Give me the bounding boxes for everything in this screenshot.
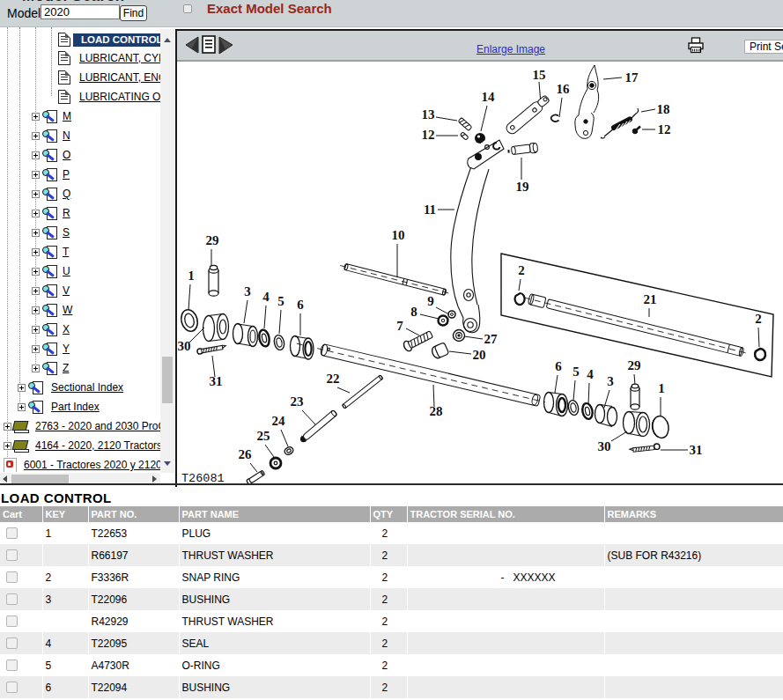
svg-text:31: 31	[690, 443, 703, 457]
svg-text:4: 4	[262, 290, 270, 304]
svg-text:14: 14	[482, 90, 496, 104]
svg-text:12: 12	[658, 122, 671, 136]
svg-text:30: 30	[178, 339, 191, 353]
svg-text:19: 19	[516, 180, 529, 194]
svg-text:22: 22	[327, 372, 340, 386]
svg-text:5: 5	[277, 294, 284, 308]
svg-text:20: 20	[473, 348, 486, 362]
svg-text:23: 23	[291, 394, 304, 409]
svg-text:6: 6	[555, 359, 562, 373]
svg-text:5: 5	[572, 365, 580, 379]
svg-text:1: 1	[658, 381, 665, 395]
svg-text:11: 11	[424, 203, 436, 217]
svg-text:25: 25	[257, 429, 270, 443]
svg-text:28: 28	[430, 404, 443, 418]
svg-text:21: 21	[644, 292, 657, 306]
svg-text:12: 12	[422, 128, 435, 142]
svg-text:8: 8	[410, 305, 417, 319]
svg-text:26: 26	[239, 447, 253, 461]
svg-text:15: 15	[533, 68, 546, 82]
svg-text:29: 29	[628, 358, 641, 372]
svg-text:3: 3	[607, 374, 614, 388]
svg-text:10: 10	[392, 228, 405, 242]
svg-text:4: 4	[587, 367, 594, 381]
svg-text:24: 24	[272, 414, 286, 428]
svg-text:18: 18	[657, 102, 670, 116]
svg-text:1: 1	[188, 269, 195, 283]
svg-text:13: 13	[422, 107, 435, 122]
svg-text:30: 30	[598, 439, 611, 453]
svg-text:2: 2	[755, 312, 762, 326]
svg-text:17: 17	[625, 70, 639, 85]
svg-text:9: 9	[427, 294, 434, 308]
svg-text:2: 2	[518, 263, 525, 277]
svg-text:6: 6	[297, 298, 304, 312]
svg-text:16: 16	[557, 82, 571, 96]
svg-text:29: 29	[206, 233, 219, 247]
svg-text:3: 3	[244, 284, 251, 298]
svg-text:31: 31	[210, 374, 223, 388]
svg-text:7: 7	[396, 319, 403, 333]
svg-text:27: 27	[484, 332, 499, 346]
